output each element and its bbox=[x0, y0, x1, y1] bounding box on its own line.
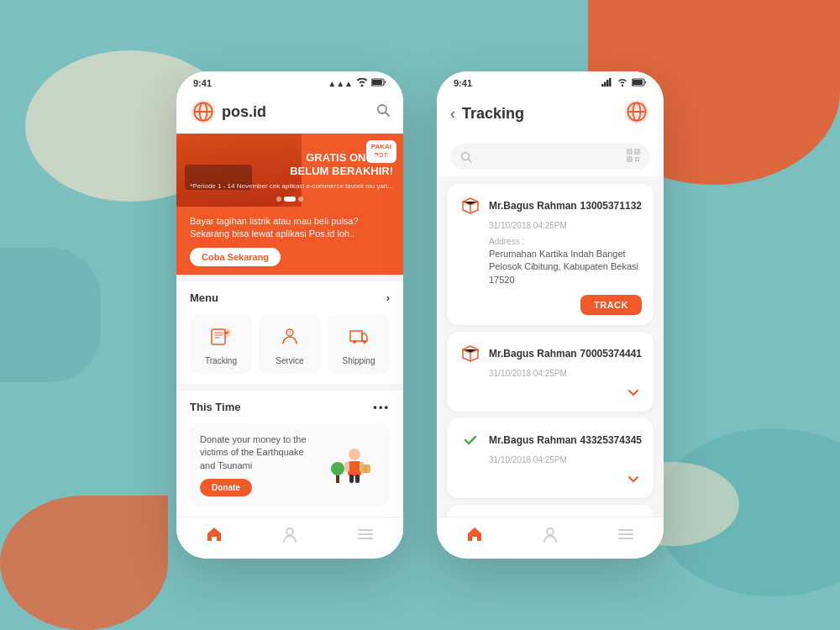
menu-arrow-icon[interactable]: › bbox=[386, 291, 390, 304]
service-label: Service bbox=[276, 356, 303, 365]
shipping-label: Shipping bbox=[343, 356, 375, 365]
service-icon bbox=[276, 323, 303, 349]
donate-illustration bbox=[329, 439, 380, 490]
card-2-left: Mr.Bagus Rahman bbox=[459, 342, 577, 365]
svg-rect-47 bbox=[638, 157, 639, 159]
svg-rect-31 bbox=[609, 78, 612, 87]
card-1-row1: Mr.Bagus Rahman 13005371132 bbox=[459, 194, 642, 218]
svg-rect-49 bbox=[638, 160, 639, 161]
tracking-label: Tracking bbox=[205, 356, 237, 365]
track-button-1[interactable]: TRACK bbox=[580, 295, 642, 315]
search-wrapper bbox=[450, 144, 650, 170]
search-button[interactable] bbox=[376, 103, 390, 120]
package-icon-2 bbox=[459, 342, 482, 365]
nav-profile-phone2[interactable] bbox=[533, 526, 567, 547]
shipping-icon bbox=[345, 323, 372, 349]
this-time-header: This Time ••• bbox=[190, 401, 390, 413]
signal-icon-2 bbox=[601, 78, 613, 88]
logo-icon bbox=[190, 98, 217, 125]
menu-section: Menu › Tracking bbox=[176, 281, 403, 384]
card-2-date: 31/10/2018 04:25PM bbox=[489, 369, 642, 378]
signal-icon: ▲▲▲ bbox=[328, 79, 353, 88]
nav-home-phone1[interactable] bbox=[197, 526, 231, 547]
card-1-address: Perumahan Kartika Indah BangetPelosok Ci… bbox=[489, 248, 642, 286]
svg-rect-41 bbox=[629, 151, 631, 153]
expand-card-3[interactable] bbox=[459, 471, 642, 488]
profile-icon bbox=[281, 526, 298, 547]
svg-point-23 bbox=[331, 462, 344, 475]
status-bar-phone1: 9:41 ▲▲▲ bbox=[176, 71, 403, 92]
svg-rect-28 bbox=[601, 84, 604, 87]
expand-card-2[interactable] bbox=[459, 385, 642, 402]
tracking-card-3: Mr.Bagus Rahman 43325374345 31/10/2018 0… bbox=[447, 418, 654, 498]
card-1-left: Mr.Bagus Rahman bbox=[459, 194, 577, 218]
card-3-left: Mr.Bagus Rahman bbox=[459, 428, 577, 452]
bottom-nav-phone2 bbox=[437, 517, 664, 559]
this-time-label: This Time bbox=[190, 401, 240, 413]
promo-text: Bayar tagihan listrik atau mau beli puls… bbox=[190, 215, 390, 241]
tracking-logo bbox=[623, 98, 650, 129]
donate-description: Donate your money to the victims of the … bbox=[200, 433, 321, 472]
home-icon-2 bbox=[466, 526, 483, 547]
menu-label: Menu bbox=[190, 291, 218, 304]
nav-profile-phone1[interactable] bbox=[273, 526, 307, 547]
card-3-row1: Mr.Bagus Rahman 43325374345 bbox=[459, 428, 642, 452]
donate-card: Donate your money to the victims of the … bbox=[190, 423, 390, 507]
card-2-name: Mr.Bagus Rahman bbox=[489, 348, 577, 360]
tracking-icon bbox=[207, 323, 234, 349]
wifi-icon bbox=[356, 78, 368, 88]
phone1-header: pos.id bbox=[176, 92, 403, 134]
card-3-name: Mr.Bagus Rahman bbox=[489, 434, 577, 446]
wifi-icon-2 bbox=[617, 78, 628, 88]
card-1-name: Mr.Bagus Rahman bbox=[489, 200, 577, 212]
time-phone1: 9:41 bbox=[193, 78, 212, 88]
nav-menu-phone1[interactable] bbox=[349, 526, 382, 547]
promo-banner: PAKAI POS GRATIS ONGKIR BELUM BERAKHIR! … bbox=[176, 134, 403, 207]
card-3-number: 43325374345 bbox=[580, 434, 642, 446]
card-1-actions: TRACK bbox=[459, 295, 642, 315]
svg-rect-48 bbox=[635, 160, 637, 161]
svg-point-14 bbox=[349, 449, 360, 460]
svg-rect-43 bbox=[637, 151, 638, 153]
coba-sekarang-button[interactable]: Coba Sekarang bbox=[190, 248, 281, 266]
nav-home-phone2[interactable] bbox=[458, 526, 491, 547]
card-3-date: 31/10/2018 04:25PM bbox=[489, 455, 642, 465]
phone-main: 9:41 ▲▲▲ pos.id bbox=[176, 71, 403, 559]
banner-text: GRATIS ONGKIR BELUM BERAKHIR! *Periode 1… bbox=[190, 150, 393, 190]
svg-line-7 bbox=[386, 113, 389, 116]
nav-menu-phone2[interactable] bbox=[609, 526, 643, 547]
tracking-cards-container: Mr.Bagus Rahman 13005371132 31/10/2018 0… bbox=[437, 177, 664, 517]
svg-rect-19 bbox=[355, 475, 360, 483]
tracking-header: ‹ Tracking bbox=[437, 92, 664, 137]
svg-rect-45 bbox=[629, 159, 631, 160]
svg-rect-29 bbox=[604, 82, 606, 87]
dot-2 bbox=[284, 197, 296, 202]
svg-rect-15 bbox=[348, 461, 361, 476]
status-icons-phone2 bbox=[601, 78, 647, 88]
card-2-row1: Mr.Bagus Rahman 70005374441 bbox=[459, 342, 642, 365]
svg-rect-30 bbox=[606, 80, 609, 87]
hamburger-icon bbox=[357, 526, 374, 547]
qr-icon[interactable] bbox=[627, 149, 640, 165]
tracking-list: Mr.Bagus Rahman 13005371132 31/10/2018 0… bbox=[437, 177, 664, 517]
menu-item-tracking[interactable]: Tracking bbox=[190, 314, 252, 374]
svg-point-52 bbox=[547, 528, 554, 535]
card-1-date: 31/10/2018 04:25PM bbox=[489, 221, 642, 230]
card-2-number: 70005374441 bbox=[580, 348, 642, 360]
logo-area: pos.id bbox=[190, 98, 266, 125]
time-phone2: 9:41 bbox=[454, 78, 472, 88]
tracking-card-2: Mr.Bagus Rahman 70005374441 31/10/2018 0… bbox=[447, 332, 654, 412]
more-options-icon[interactable]: ••• bbox=[373, 401, 390, 413]
tracking-search bbox=[437, 137, 664, 176]
donate-button[interactable]: Donate bbox=[200, 479, 252, 496]
app-title: pos.id bbox=[222, 103, 266, 121]
status-bar-phone2: 9:41 bbox=[437, 71, 664, 92]
phones-container: 9:41 ▲▲▲ pos.id bbox=[0, 0, 840, 630]
home-icon bbox=[206, 526, 223, 547]
back-button[interactable]: ‹ bbox=[450, 105, 455, 123]
dot-3 bbox=[298, 197, 303, 202]
tracking-header-center: ‹ Tracking bbox=[450, 105, 524, 123]
menu-item-shipping[interactable]: Shipping bbox=[328, 314, 390, 374]
menu-item-service[interactable]: Service bbox=[259, 314, 321, 374]
phone-tracking: 9:41 ‹ Tracking bbox=[437, 71, 664, 559]
